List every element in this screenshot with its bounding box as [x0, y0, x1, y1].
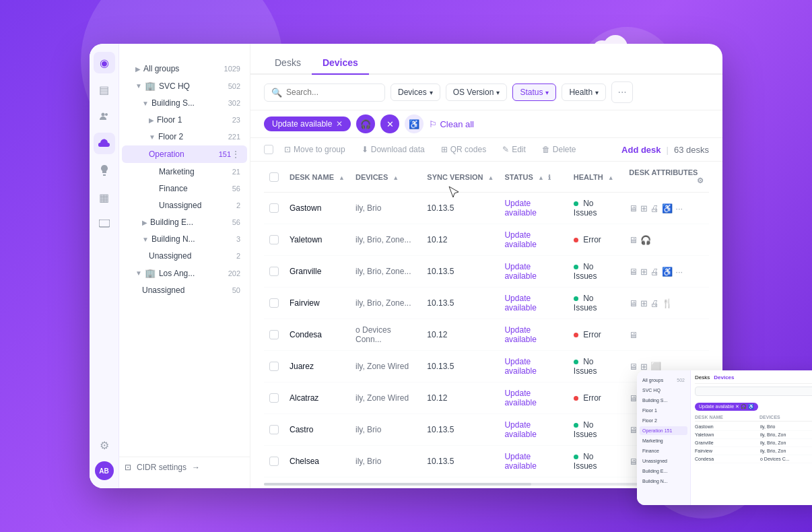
nav-floor1-count: 23: [232, 116, 240, 124]
row-devices: ily, Zone Wired: [350, 351, 421, 383]
qr-icon: ⊞: [441, 145, 448, 154]
nav-building-n-count: 3: [236, 235, 240, 243]
nav-building-e-label: Building E...: [150, 218, 193, 227]
nav-floor2[interactable]: ▼ Floor 2 221: [122, 129, 247, 145]
more-options-btn[interactable]: ···: [611, 81, 633, 103]
row-devices: ily, Brio: [350, 414, 421, 446]
row-sync-version: 10.13.5: [421, 193, 499, 224]
nav-unassigned-3[interactable]: Unassigned 50: [122, 282, 247, 298]
nav-icon-settings[interactable]: ⚙: [94, 434, 115, 456]
header-checkbox: [264, 162, 284, 193]
row-desk-name: Gastown: [284, 193, 350, 224]
accessible-filter-icon[interactable]: ♿: [405, 114, 424, 133]
row-checkbox[interactable]: [269, 298, 279, 308]
close-filter-icon[interactable]: ✕: [380, 114, 399, 133]
status-badge: Update available: [504, 357, 536, 376]
sort-icon: ▲: [393, 174, 399, 181]
nav-all-groups-count: 1029: [224, 65, 240, 73]
row-checkbox[interactable]: [269, 393, 279, 403]
col-health: HEALTH ▲: [568, 162, 624, 193]
nav-floor1-label: Floor 1: [157, 115, 182, 125]
tab-desks[interactable]: Desks: [264, 52, 312, 75]
health-text: Error: [583, 393, 601, 403]
sort-icon: ▲: [488, 174, 494, 181]
nav-icon-layers[interactable]: ▤: [94, 79, 115, 100]
table-row: Granville ily, Brio, Zone... 10.13.5 Upd…: [264, 256, 709, 288]
row-checkbox[interactable]: [269, 362, 279, 371]
remove-update-tag-icon[interactable]: ✕: [336, 119, 343, 129]
nav-icon-home[interactable]: ◉: [94, 52, 115, 73]
sidebar-nav: ▶ All groups 1029 ▼ 🏢 SVC HQ 502 ▼ Build…: [119, 55, 250, 457]
update-available-label: Update available: [272, 119, 332, 129]
select-all-checkbox[interactable]: [264, 145, 273, 154]
filter-devices-btn[interactable]: Devices ▾: [391, 84, 440, 101]
row-sync-version: 10.12: [421, 224, 499, 256]
nav-unassigned-1[interactable]: Unassigned 2: [122, 197, 247, 213]
mini-nav-finance: Finance: [640, 446, 687, 455]
row-checkbox[interactable]: [269, 267, 279, 276]
move-to-group-btn: ⊡ Move to group: [279, 142, 351, 157]
nav-marketing[interactable]: Marketing 21: [122, 164, 247, 180]
accessible-attr-icon: ♿: [662, 203, 673, 213]
add-desk-btn[interactable]: Add desk: [621, 145, 661, 155]
row-attrs: 🖥 ⊞ 🖨 ♿ ···: [623, 256, 709, 288]
health-text: Error: [583, 330, 601, 339]
print-attr-icon: 🖨: [650, 267, 659, 277]
nav-icon-grid[interactable]: ▦: [94, 187, 115, 208]
row-checkbox[interactable]: [269, 457, 279, 466]
clean-all-btn[interactable]: ⚐ Clean all: [429, 119, 474, 129]
nav-operation-dots[interactable]: ⋮: [231, 149, 240, 160]
nav-building-n[interactable]: ▼ Building N... 3: [122, 231, 247, 247]
nav-floor1[interactable]: ▶ Floor 1 23: [122, 112, 247, 128]
arrow-icon: ▼: [135, 82, 142, 90]
row-checkbox-cell: [264, 256, 284, 288]
arrow-icon: ▶: [135, 65, 141, 73]
nav-all-groups[interactable]: ▶ All groups 1029: [122, 61, 247, 77]
tab-devices[interactable]: Devices: [312, 52, 369, 75]
status-badge: Update available: [504, 262, 536, 281]
user-avatar[interactable]: AB: [95, 461, 114, 480]
mini-search-box: [695, 387, 812, 396]
row-checkbox[interactable]: [269, 330, 279, 339]
nav-operation-count: 151: [219, 150, 231, 158]
nav-icon-monitor[interactable]: [94, 213, 115, 235]
more-attr-icon[interactable]: ···: [675, 267, 683, 277]
nav-unassigned-2[interactable]: Unassigned 2: [122, 248, 247, 264]
filter-os-btn[interactable]: OS Version ▾: [446, 84, 508, 101]
status-badge: Update available: [504, 389, 536, 407]
row-desk-name: Greenwich: [284, 477, 350, 481]
health-dot-icon: [574, 455, 578, 459]
nav-building-s[interactable]: ▼ Building S... 302: [122, 95, 247, 111]
nav-operation[interactable]: Operation 151 ⋮: [122, 145, 247, 163]
search-box[interactable]: 🔍: [264, 84, 385, 102]
row-checkbox[interactable]: [269, 203, 279, 213]
grid-attr-icon: ⊞: [640, 298, 648, 308]
col-desk-attrs: DESK ATTRIBUTES ⚙: [623, 162, 709, 193]
col-settings-icon[interactable]: ⚙: [697, 176, 704, 185]
cidr-settings[interactable]: ⊡ CIDR settings →: [119, 457, 250, 477]
more-attr-icon[interactable]: ···: [675, 203, 683, 213]
scrollbar-thumb[interactable]: [264, 483, 531, 486]
update-available-tag[interactable]: Update available ✕: [264, 117, 351, 131]
nav-icon-lightbulb[interactable]: [94, 160, 115, 181]
row-checkbox[interactable]: [269, 425, 279, 434]
row-attrs: 🖥: [623, 319, 709, 351]
status-badge: Update available: [504, 230, 536, 249]
row-checkbox[interactable]: [269, 235, 279, 244]
person-icon: ⚐: [429, 119, 437, 129]
search-input[interactable]: [286, 88, 378, 97]
nav-icon-people[interactable]: [94, 106, 115, 127]
filter-status-btn[interactable]: Status ▾: [512, 84, 556, 101]
filter-health-btn[interactable]: Health ▾: [562, 84, 606, 101]
nav-svc-hq[interactable]: ▼ 🏢 SVC HQ 502: [122, 77, 247, 94]
nav-building-e[interactable]: ▶ Building E... 56: [122, 214, 247, 230]
nav-finance[interactable]: Finance 56: [122, 180, 247, 197]
nav-los-ang[interactable]: ▼ 🏢 Los Ang... 202: [122, 265, 247, 281]
nav-marketing-label: Marketing: [159, 167, 195, 176]
nav-finance-label: Finance: [159, 184, 188, 193]
nav-icon-cloud[interactable]: [94, 133, 115, 154]
headset-filter-icon[interactable]: 🎧: [356, 114, 375, 133]
row-devices: ily, Zone Wired: [350, 383, 421, 414]
header-checkbox-input[interactable]: [269, 172, 279, 182]
row-status: Update available: [499, 288, 568, 319]
